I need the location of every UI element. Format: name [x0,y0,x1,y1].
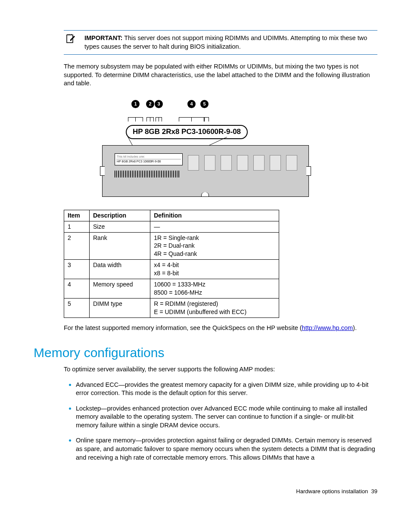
amp-modes-list: Advanced ECC—provides the greatest memor… [64,380,377,462]
quickspecs-prefix: For the latest supported memory informat… [64,324,302,331]
cell-def: R = RDIMM (registered)E = UDIMM (unbuffe… [150,298,279,317]
cell-desc: Memory speed [90,279,150,298]
cell-item: 1 [64,221,90,232]
list-item: Advanced ECC—provides the greatest memor… [76,380,377,398]
dimm-small-label-1: This kit includes one: [116,155,181,159]
callout-1: 1 [131,100,140,108]
cell-item: 5 [64,298,90,317]
cell-def: x4 = 4-bitx8 = 8-bit [150,260,279,279]
hp-website-link[interactable]: http://www.hp.com [302,324,353,331]
note-icon [64,34,84,51]
cell-item: 2 [64,232,90,260]
important-label: IMPORTANT: [84,34,122,41]
callout-4: 4 [187,100,196,108]
section-heading: Memory configurations [34,344,377,362]
section-intro: To optimize server availability, the ser… [64,365,377,374]
dimm-definition-table: Item Description Definition 1Size—2Rank1… [64,210,279,318]
quickspecs-suffix: ). [353,324,357,331]
table-row: 3Data widthx4 = 4-bitx8 = 8-bit [64,260,279,279]
cell-def: 1R = Single-rank2R = Dual-rank4R = Quad-… [150,232,279,260]
th-item: Item [64,210,90,221]
important-callout: IMPORTANT: This server does not support … [64,30,377,55]
important-text: This server does not support mixing RDIM… [84,34,367,50]
page-footer: Hardware options installation 39 [34,488,377,495]
cell-desc: Data width [90,260,150,279]
cell-item: 3 [64,260,90,279]
cell-item: 4 [64,279,90,298]
cell-desc: Rank [90,232,150,260]
table-row: 5DIMM typeR = RDIMM (registered)E = UDIM… [64,298,279,317]
dimm-small-label-2: HP 8GB 2Rx8 PC3 10600R-9-08 [116,159,181,164]
list-item: Online spare memory—provides protection … [76,436,377,462]
dimm-module-graphic: This kit includes one: HP 8GB 2Rx8 PC3 1… [102,145,309,197]
footer-page: 39 [371,488,377,495]
footer-section: Hardware options installation [296,488,368,495]
table-row: 2Rank1R = Single-rank2R = Dual-rank4R = … [64,232,279,260]
cell-def: 10600 = 1333-MHz8500 = 1066-MHz [150,279,279,298]
quickspecs-paragraph: For the latest supported memory informat… [64,324,377,333]
list-item: Lockstep—provides enhanced protection ov… [76,404,377,430]
table-row: 4Memory speed10600 = 1333-MHz8500 = 1066… [64,279,279,298]
callout-2: 2 [146,100,154,108]
cell-desc: DIMM type [90,298,150,317]
intro-paragraph: The memory subsystem may be populated wi… [64,62,377,88]
dimm-label-figure: 1 2 3 4 5 HP 8GB 2Rx8 PC3-10600R-9-08 Th… [102,100,309,197]
callout-3: 3 [155,100,163,108]
callout-5: 5 [200,100,209,108]
barcode-graphic [115,171,179,177]
